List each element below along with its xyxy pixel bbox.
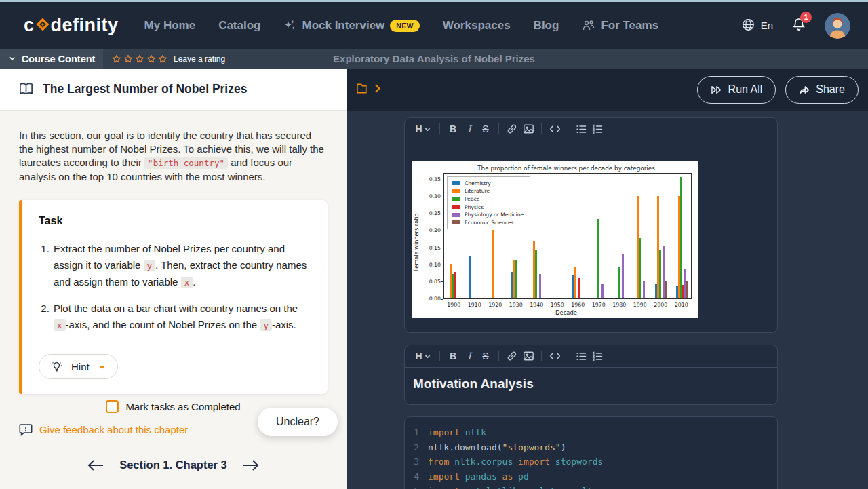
logo-text-left: c — [24, 15, 35, 36]
chart-plot-area: ChemistryLiteraturePeacePhysicsPhysiolog… — [443, 173, 692, 299]
chart-y-axis-label: Female winners ratio — [413, 195, 420, 290]
chapter-feedback-link[interactable]: Give feedback about this chapter — [18, 422, 188, 437]
toolbar-separator — [541, 123, 542, 134]
rating-stars — [112, 54, 167, 64]
task-card: Task Extract the number of Nobel Prizes … — [19, 200, 328, 394]
lesson-panel: The Largest Number of Nobel Prizes In th… — [0, 69, 347, 489]
leave-rating-label[interactable]: Leave a rating — [174, 54, 225, 64]
bold-icon[interactable]: B — [445, 121, 461, 137]
feedback-label: Give feedback about this chapter — [39, 424, 188, 435]
toolbar-separator — [439, 123, 440, 134]
x-tick-label: 1910 — [468, 302, 481, 308]
y-tick-label: 0.05 — [418, 279, 441, 285]
strikethrough-icon[interactable]: S — [477, 348, 494, 364]
link-icon[interactable] — [504, 121, 520, 137]
ordered-list-icon[interactable] — [589, 121, 606, 137]
nav-item-workspaces[interactable]: Workspaces — [443, 19, 511, 33]
code-line: 2nltk.download("stopwords") — [405, 440, 777, 455]
heading-icon[interactable]: H — [412, 121, 435, 137]
inline-code: y — [144, 260, 156, 271]
x-tick-label: 1950 — [551, 302, 564, 308]
avatar[interactable] — [825, 13, 850, 39]
chart-bar — [686, 281, 688, 298]
x-tick-label: 1900 — [447, 302, 460, 308]
heading-icon[interactable]: H — [412, 348, 435, 364]
inline-code: y — [260, 319, 272, 331]
toolbar-separator — [568, 351, 568, 361]
bullet-list-icon[interactable] — [573, 348, 589, 364]
markdown-heading[interactable]: Motivation Analysis — [405, 368, 777, 404]
y-tick-label: 0.25 — [418, 210, 441, 216]
strikethrough-icon[interactable]: S — [477, 121, 494, 137]
notebook-panel: Run All Share HBIS The proportion of fem… — [347, 69, 868, 489]
rating-star-icon[interactable] — [146, 54, 156, 64]
chevron-right-icon — [373, 83, 382, 96]
markdown-cell-body[interactable]: The proportion of female winners per dec… — [405, 140, 777, 332]
notifications-button[interactable]: 1 — [791, 16, 807, 35]
inline-code: "birth_country" — [144, 157, 228, 169]
code-icon[interactable] — [547, 348, 563, 364]
nav-item-for-teams[interactable]: For Teams — [582, 19, 658, 33]
run-all-button[interactable]: Run All — [697, 76, 776, 104]
code-text: import matplotlib.pyplot as plt — [428, 484, 593, 489]
nav-item-my-home[interactable]: My Home — [144, 19, 196, 33]
nav-item-blog[interactable]: Blog — [534, 19, 559, 33]
chart-x-axis-label: Decade — [439, 309, 693, 316]
course-content-toggle[interactable]: Course Content — [0, 49, 103, 69]
y-tick-label: 0.15 — [418, 245, 441, 251]
link-icon[interactable] — [504, 348, 520, 364]
legend-entry: Economic Sciences — [452, 218, 524, 227]
nav-item-catalog[interactable]: Catalog — [218, 19, 260, 33]
ordered-list-icon[interactable] — [589, 348, 606, 364]
rating-star-icon[interactable] — [135, 54, 144, 64]
x-tick-label: 1940 — [530, 302, 543, 308]
image-icon[interactable] — [520, 121, 536, 137]
share-button[interactable]: Share — [785, 76, 859, 104]
rating-star-icon[interactable] — [158, 54, 167, 64]
chart-bar — [618, 267, 620, 298]
file-breadcrumb[interactable] — [356, 82, 382, 98]
markdown-cell-heading: HBIS Motivation Analysis — [404, 345, 778, 405]
hint-button[interactable]: Hint — [39, 354, 118, 379]
toolbar-separator — [541, 351, 542, 361]
markdown-toolbar: HBIS — [405, 118, 777, 140]
line-number: 1 — [405, 425, 428, 440]
previous-chapter-arrow-icon[interactable] — [87, 459, 104, 471]
chart-title: The proportion of female winners per dec… — [439, 165, 693, 172]
codefinity-logo[interactable]: c definity — [24, 14, 119, 37]
rating-star-icon[interactable] — [123, 54, 133, 64]
chevron-down-icon — [98, 362, 106, 371]
chart-legend: ChemistryLiteraturePeacePhysicsPhysiolog… — [447, 176, 530, 230]
lesson-intro: In this section, our goal is to identify… — [19, 129, 328, 184]
code-cell: 1import nltk2nltk.download("stopwords")3… — [404, 416, 778, 489]
code-editor[interactable]: 1import nltk2nltk.download("stopwords")3… — [405, 417, 777, 489]
notebook-cells: HBIS The proportion of female winners pe… — [404, 117, 778, 489]
toolbar-separator — [439, 351, 440, 361]
x-tick-label: 1970 — [592, 302, 606, 308]
italic-icon[interactable]: I — [461, 348, 477, 364]
bullet-list-icon[interactable] — [573, 121, 589, 137]
next-chapter-arrow-icon[interactable] — [243, 459, 259, 471]
bold-icon[interactable]: B — [445, 348, 461, 364]
lesson-header: The Largest Number of Nobel Prizes — [0, 69, 347, 111]
mark-completed-checkbox[interactable] — [106, 400, 119, 413]
text-segment: Plot the data on a bar chart with countr… — [54, 302, 298, 314]
legend-entry: Physics — [452, 203, 524, 211]
line-number: 2 — [405, 440, 428, 455]
task-item: Plot the data on a bar chart with countr… — [52, 300, 311, 334]
chart-bar — [665, 281, 667, 298]
code-icon[interactable] — [547, 121, 563, 137]
logo-text-right: definity — [51, 15, 119, 36]
chart-bar — [535, 250, 537, 298]
x-tick-label: 1990 — [633, 302, 647, 308]
chart-bar — [643, 281, 645, 298]
italic-icon[interactable]: I — [461, 121, 477, 137]
nav-item-mock-interview[interactable]: Mock Interview NEW — [283, 19, 419, 33]
nav-links: My Home Catalog Mock Interview NEW Works… — [144, 19, 659, 33]
image-icon[interactable] — [520, 348, 536, 364]
language-selector[interactable]: En — [741, 18, 773, 34]
markdown-toolbar: HBIS — [405, 345, 777, 368]
unclear-button[interactable]: Unclear? — [258, 408, 338, 436]
nav-right: En 1 — [741, 13, 850, 39]
rating-star-icon[interactable] — [112, 54, 121, 64]
